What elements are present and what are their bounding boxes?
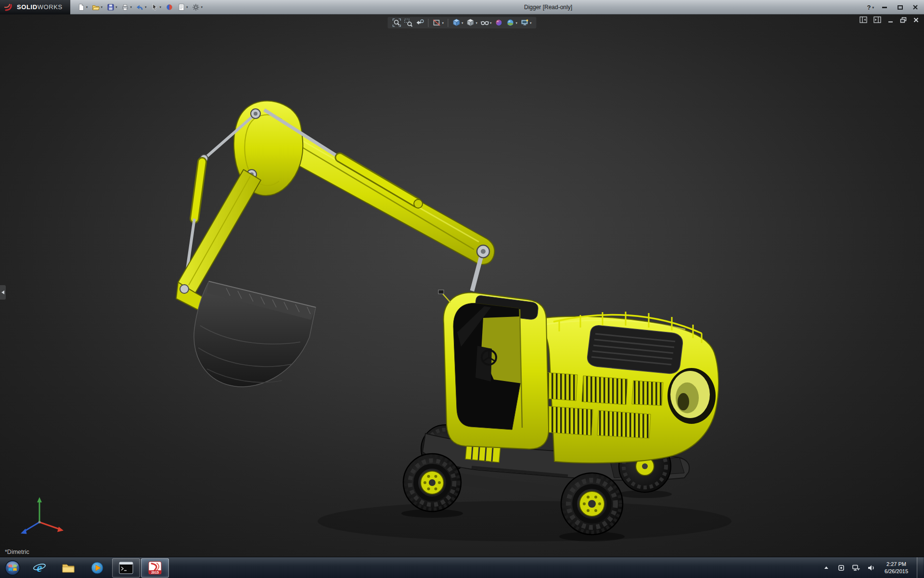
taskbar-internet-explorer-button[interactable]: e <box>26 558 53 578</box>
new-document-button[interactable]: ▾ <box>76 2 90 12</box>
dropdown-caret: ▾ <box>490 21 492 25</box>
media-player-icon <box>90 561 104 575</box>
titlebar: SOLIDWORKS ▾ ▾ ▾ <box>0 0 924 14</box>
z-axis-arrow <box>21 529 27 534</box>
dropdown-caret: ▾ <box>462 21 463 25</box>
dropdown-caret: ▾ <box>516 21 518 25</box>
view-orientation-cube-icon <box>452 18 461 27</box>
internet-explorer-icon: e <box>32 561 47 575</box>
minimize-icon <box>887 17 894 23</box>
dropdown-caret: ▾ <box>86 5 88 9</box>
ground-shadow <box>318 501 732 541</box>
solidworks-xpress-button[interactable] <box>164 2 175 12</box>
boom-assembly <box>176 101 494 316</box>
previous-view-button[interactable] <box>415 18 424 27</box>
open-button[interactable]: ▾ <box>90 2 104 12</box>
document-minimize-button[interactable] <box>887 17 894 23</box>
engine-body <box>532 312 719 463</box>
help-button[interactable]: ? ▾ <box>867 4 874 11</box>
show-desktop-button[interactable] <box>917 557 923 578</box>
reference-triad <box>10 490 72 543</box>
front-right-wheel <box>561 473 623 535</box>
document-close-button[interactable] <box>913 17 919 23</box>
section-view-button[interactable]: ▾ <box>432 18 444 27</box>
mirror <box>438 290 444 294</box>
dropdown-caret: ▾ <box>116 5 117 9</box>
document-restore-button[interactable] <box>900 17 907 23</box>
volume-speaker-icon <box>867 564 875 572</box>
dropdown-caret: ▾ <box>475 21 477 25</box>
start-button[interactable] <box>0 557 25 578</box>
dropdown-caret: ▾ <box>442 21 444 25</box>
print-button[interactable]: ▾ <box>120 2 133 12</box>
open-icon <box>92 3 100 11</box>
zoom-to-fit-button[interactable] <box>392 18 401 27</box>
expand-right-pane-button[interactable] <box>873 16 881 23</box>
dropdown-caret: ▾ <box>530 21 532 25</box>
tray-app-icon <box>837 564 845 572</box>
view-settings-button[interactable]: ▾ <box>520 18 532 27</box>
command-prompt-icon <box>119 562 133 574</box>
view-orientation-label: *Dimetric <box>5 549 29 555</box>
pane-right-icon <box>873 16 881 23</box>
folder-icon <box>61 561 76 575</box>
taskbar-media-player-button[interactable] <box>83 558 111 578</box>
graphics-viewport[interactable]: ▾ ▾ ▾ <box>0 14 924 557</box>
titlebar-controls: ? ▾ <box>867 0 920 14</box>
toolbar-separator <box>428 19 428 27</box>
close-icon <box>913 17 919 23</box>
headsup-view-toolbar: ▾ ▾ ▾ <box>387 17 536 28</box>
display-style-icon <box>466 18 475 27</box>
taskbar-windows-explorer-button[interactable] <box>54 558 82 578</box>
file-properties-button[interactable]: ▾ <box>176 2 190 12</box>
toolbar-separator <box>448 19 448 27</box>
dropdown-caret: ▾ <box>872 6 874 9</box>
windows-start-orb-icon <box>3 558 22 578</box>
taskbar-clock[interactable]: 2:27 PM 6/26/2015 <box>881 561 911 575</box>
solidworks-logo: SOLIDWORKS <box>0 0 70 14</box>
view-settings-icon <box>520 18 529 27</box>
zoom-to-fit-icon <box>392 18 401 27</box>
zoom-to-area-button[interactable] <box>403 18 413 27</box>
display-style-button[interactable]: ▾ <box>465 18 478 27</box>
tray-app-button[interactable] <box>836 561 846 575</box>
close-icon <box>912 4 918 10</box>
dropdown-caret: ▾ <box>101 5 103 9</box>
maximize-icon <box>898 5 903 10</box>
network-button[interactable] <box>851 561 861 575</box>
expand-left-pane-button[interactable] <box>860 16 867 23</box>
network-icon <box>852 564 860 572</box>
dropdown-caret: ▾ <box>159 5 161 9</box>
options-button[interactable]: ▾ <box>191 2 204 12</box>
system-tray: 2:27 PM 6/26/2015 <box>821 557 924 578</box>
maximize-button[interactable] <box>895 3 905 12</box>
save-button[interactable]: ▾ <box>105 2 119 12</box>
restore-icon <box>900 17 907 23</box>
taskbar-solidworks-button[interactable]: 2015 <box>141 558 169 578</box>
hide-show-items-button[interactable]: ▾ <box>480 18 492 27</box>
volume-button[interactable] <box>866 561 876 575</box>
new-document-icon <box>77 3 85 11</box>
select-cursor-icon <box>151 3 158 11</box>
show-hidden-icons-button[interactable] <box>821 561 831 575</box>
taskbar-command-prompt-button[interactable] <box>112 558 140 578</box>
collapsed-panel-tab[interactable] <box>0 285 6 300</box>
bucket <box>194 281 316 387</box>
view-orientation-button[interactable]: ▾ <box>451 18 464 27</box>
dropdown-caret: ▾ <box>201 5 203 9</box>
options-gear-icon <box>192 3 200 11</box>
pane-left-icon <box>860 16 867 23</box>
dropdown-caret: ▾ <box>145 5 147 9</box>
select-button[interactable]: ▾ <box>149 2 163 12</box>
print-icon <box>121 3 129 11</box>
edit-appearance-ball-icon <box>495 18 503 27</box>
close-button[interactable] <box>911 3 920 12</box>
svg-text:2015: 2015 <box>151 570 159 574</box>
clock-date: 6/26/2015 <box>885 568 908 575</box>
undo-button[interactable]: ▾ <box>135 2 148 12</box>
brand-text: SOLIDWORKS <box>17 3 63 11</box>
minimize-button[interactable] <box>880 3 889 12</box>
apply-scene-button[interactable]: ▾ <box>506 18 518 27</box>
window-title: Digger [Read-only] <box>524 4 572 11</box>
edit-appearance-button[interactable] <box>494 18 504 27</box>
